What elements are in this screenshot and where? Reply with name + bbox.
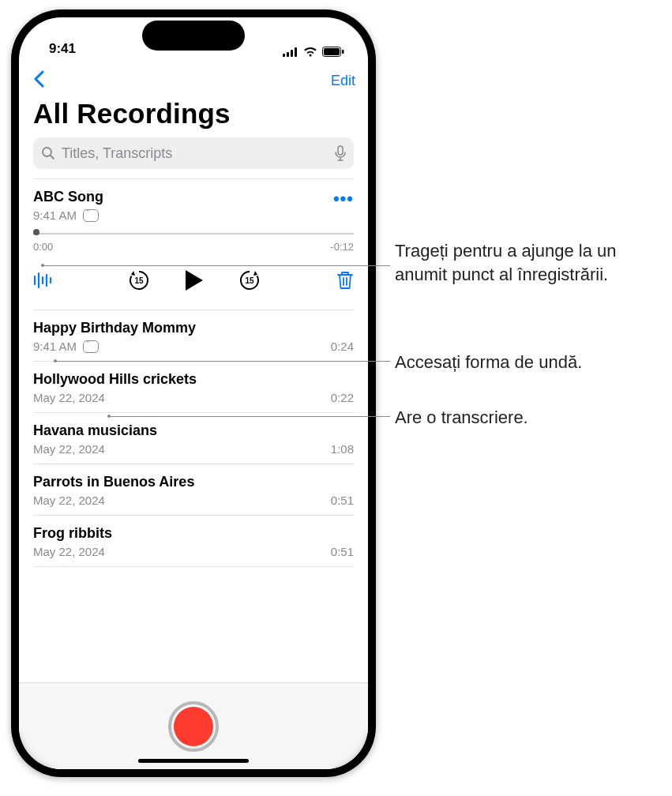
- status-right: [283, 47, 344, 57]
- recording-title: ABC Song: [33, 189, 103, 205]
- svg-text:15: 15: [134, 276, 144, 285]
- more-button[interactable]: •••: [333, 189, 354, 209]
- annotation-leader: [43, 265, 390, 266]
- recording-item[interactable]: Hollywood Hills crickets May 22, 2024 0:…: [33, 362, 354, 412]
- transcript-icon: [83, 209, 99, 222]
- svg-rect-9: [338, 146, 343, 155]
- page-title: All Recordings: [33, 98, 354, 130]
- bottom-bar: [19, 682, 368, 769]
- record-button[interactable]: [168, 701, 219, 752]
- scrubber-track: [33, 233, 354, 235]
- recording-duration: 0:22: [331, 391, 354, 404]
- playback-controls: 15 15: [33, 268, 354, 302]
- time-remaining: -0:12: [330, 241, 354, 253]
- annotation-text: Are o transcriere.: [395, 406, 663, 430]
- svg-line-8: [51, 156, 54, 159]
- recording-item[interactable]: Havana musicians May 22, 2024 1:08: [33, 413, 354, 464]
- recording-duration: 0:51: [331, 494, 354, 507]
- svg-point-7: [43, 148, 51, 156]
- record-icon: [174, 707, 213, 746]
- search-icon: [41, 146, 55, 160]
- recording-title: Hollywood Hills crickets: [33, 371, 354, 388]
- recording-duration: 0:51: [331, 545, 354, 558]
- recording-subtitle: May 22, 2024: [33, 442, 105, 456]
- chevron-left-icon: [33, 70, 44, 88]
- svg-rect-1: [287, 52, 289, 57]
- recording-item[interactable]: Frog ribbits May 22, 2024 0:51: [33, 516, 354, 566]
- search-bar[interactable]: [33, 137, 354, 169]
- recording-subtitle: 9:41 AM: [33, 340, 77, 353]
- wifi-icon: [303, 47, 317, 57]
- title-area: All Recordings: [19, 96, 368, 137]
- search-input[interactable]: [62, 145, 328, 162]
- recording-subtitle: May 22, 2024: [33, 494, 105, 507]
- time-elapsed: 0:00: [33, 241, 53, 253]
- recording-title: Havana musicians: [33, 422, 354, 439]
- delete-button[interactable]: [336, 270, 354, 294]
- scrubber[interactable]: 0:00 -0:12: [33, 233, 354, 253]
- recording-title: Frog ribbits: [33, 525, 354, 542]
- forward-15-button[interactable]: 15: [238, 268, 261, 295]
- edit-button[interactable]: Edit: [331, 73, 355, 89]
- screen: 9:41 Edit All Recordings: [19, 17, 368, 769]
- annotation-leader: [109, 416, 390, 417]
- nav-bar: Edit: [19, 62, 368, 96]
- notch: [142, 21, 245, 51]
- recording-item[interactable]: Parrots in Buenos Aires May 22, 2024 0:5…: [33, 464, 354, 515]
- battery-icon: [322, 47, 344, 57]
- phone-frame: 9:41 Edit All Recordings: [11, 9, 376, 777]
- recording-duration: 0:24: [331, 340, 354, 353]
- svg-rect-0: [283, 54, 285, 57]
- svg-rect-6: [342, 50, 344, 54]
- recording-duration: 1:08: [331, 442, 354, 456]
- recordings-list: ABC Song 9:41 AM •••: [19, 178, 368, 682]
- mic-icon[interactable]: [335, 145, 346, 161]
- recording-subtitle: 9:41 AM: [33, 208, 77, 222]
- recording-subtitle: May 22, 2024: [33, 391, 105, 404]
- recording-item[interactable]: [33, 567, 354, 576]
- svg-rect-5: [324, 48, 340, 55]
- play-button[interactable]: [184, 268, 205, 295]
- annotation-text: Trageți pentru a ajunge la un anumit pun…: [395, 239, 663, 286]
- waveform-button[interactable]: [33, 272, 52, 292]
- recording-item-expanded[interactable]: ABC Song 9:41 AM •••: [33, 179, 354, 310]
- scrubber-thumb[interactable]: [33, 229, 39, 235]
- svg-text:15: 15: [245, 276, 254, 285]
- rewind-15-button[interactable]: 15: [127, 268, 151, 295]
- status-time: 9:41: [49, 41, 76, 57]
- recording-subtitle: May 22, 2024: [33, 545, 105, 558]
- svg-rect-3: [295, 47, 297, 57]
- back-button[interactable]: [28, 68, 49, 93]
- annotation-leader: [55, 361, 390, 362]
- cellular-icon: [283, 47, 298, 57]
- recording-title: Happy Birthday Mommy: [33, 320, 354, 336]
- recording-item[interactable]: Happy Birthday Mommy 9:41 AM 0:24: [33, 310, 354, 361]
- annotation-text: Accesați forma de undă.: [395, 351, 663, 374]
- svg-rect-2: [291, 50, 293, 57]
- recording-title: Parrots in Buenos Aires: [33, 474, 354, 490]
- transcript-icon: [83, 340, 99, 353]
- home-indicator[interactable]: [138, 759, 249, 763]
